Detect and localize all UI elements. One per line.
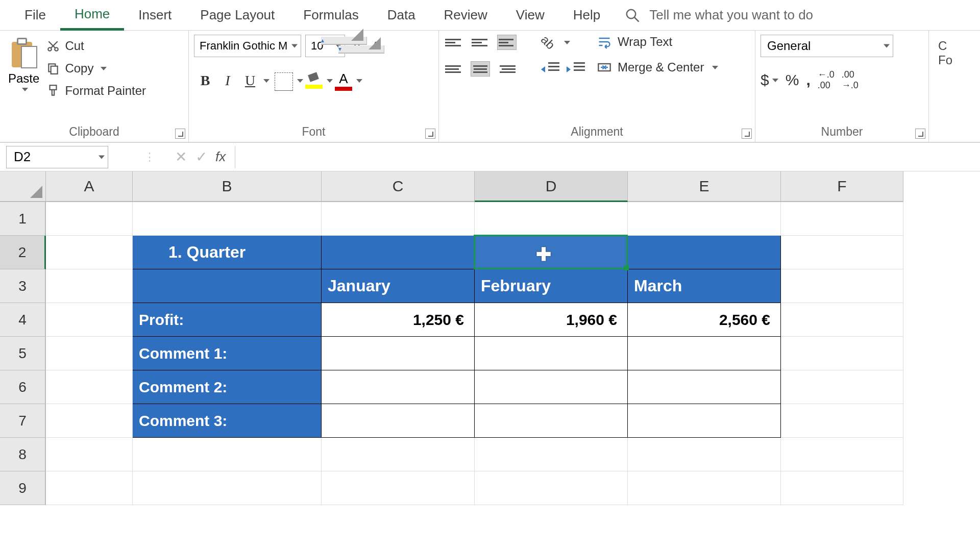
row-header-4[interactable]: 4: [0, 303, 46, 337]
table-title[interactable]: 1. Quarter: [133, 236, 322, 269]
row-header-7[interactable]: 7: [0, 404, 46, 438]
cell[interactable]: [46, 471, 133, 505]
tab-data[interactable]: Data: [373, 0, 430, 31]
cell[interactable]: [628, 370, 781, 404]
cell[interactable]: [322, 438, 475, 471]
orientation-dropdown-icon[interactable]: [564, 41, 570, 44]
cell[interactable]: [322, 404, 475, 438]
format-painter-button[interactable]: Format Painter: [46, 84, 146, 98]
align-right-button[interactable]: [497, 61, 517, 77]
month-header[interactable]: February: [475, 269, 628, 303]
cell[interactable]: [475, 471, 628, 505]
month-header[interactable]: March: [628, 269, 781, 303]
decrease-indent-button[interactable]: [541, 61, 559, 77]
cell[interactable]: [46, 202, 133, 236]
cut-button[interactable]: Cut: [46, 39, 146, 53]
col-header-d[interactable]: D: [475, 171, 628, 202]
col-header-a[interactable]: A: [46, 171, 133, 202]
increase-indent-button[interactable]: [567, 61, 585, 77]
tab-view[interactable]: View: [502, 0, 559, 31]
cancel-formula-button[interactable]: ✕: [170, 147, 191, 167]
cell[interactable]: [781, 471, 903, 505]
cell[interactable]: [781, 337, 903, 370]
clipboard-dialog-launcher[interactable]: [175, 129, 185, 139]
row-header-9[interactable]: 9: [0, 471, 46, 505]
col-header-f[interactable]: F: [781, 171, 903, 202]
cell[interactable]: [781, 202, 903, 236]
col-header-e[interactable]: E: [628, 171, 781, 202]
tab-home[interactable]: Home: [60, 0, 124, 31]
cell[interactable]: [628, 236, 781, 269]
accounting-format-button[interactable]: $: [761, 71, 778, 89]
cell[interactable]: [46, 236, 133, 269]
cell[interactable]: [475, 236, 628, 269]
cell[interactable]: [46, 337, 133, 370]
cell[interactable]: [475, 202, 628, 236]
wrap-text-button[interactable]: Wrap Text: [597, 35, 718, 49]
profit-value[interactable]: 1,250 €: [322, 303, 475, 337]
borders-button[interactable]: [275, 72, 293, 91]
align-center-button[interactable]: [471, 61, 490, 77]
tab-formulas[interactable]: Formulas: [289, 0, 373, 31]
row-header-5[interactable]: 5: [0, 337, 46, 370]
cell[interactable]: [133, 269, 322, 303]
cell[interactable]: [781, 236, 903, 269]
alignment-dialog-launcher[interactable]: [742, 129, 752, 139]
comment-label[interactable]: Comment 3:: [133, 404, 322, 438]
copy-dropdown-icon[interactable]: [101, 67, 107, 70]
tab-help[interactable]: Help: [559, 0, 615, 31]
copy-button[interactable]: Copy: [46, 61, 146, 76]
underline-button[interactable]: U: [239, 69, 261, 92]
font-dialog-launcher[interactable]: [425, 129, 435, 139]
cells-area[interactable]: 1. Quarter January February March Profit…: [46, 202, 903, 505]
cell[interactable]: [628, 471, 781, 505]
profit-label[interactable]: Profit:: [133, 303, 322, 337]
underline-dropdown-icon[interactable]: [263, 79, 270, 83]
align-middle-button[interactable]: [471, 35, 490, 50]
cell[interactable]: [628, 404, 781, 438]
comment-label[interactable]: Comment 2:: [133, 370, 322, 404]
number-dialog-launcher[interactable]: [915, 129, 925, 139]
fx-icon[interactable]: fx: [215, 149, 226, 165]
cell[interactable]: [322, 370, 475, 404]
decrease-font-button[interactable]: A▾: [369, 39, 383, 53]
fill-color-button[interactable]: [305, 72, 323, 89]
bold-button[interactable]: B: [194, 69, 216, 92]
cell[interactable]: [475, 438, 628, 471]
name-box[interactable]: D2: [6, 146, 108, 168]
number-format-combo[interactable]: General: [761, 35, 893, 57]
cell[interactable]: [322, 337, 475, 370]
select-all-corner[interactable]: [0, 171, 46, 202]
cell[interactable]: [46, 303, 133, 337]
cell[interactable]: [322, 471, 475, 505]
orientation-button[interactable]: ab: [538, 33, 558, 53]
month-header[interactable]: January: [322, 269, 475, 303]
cell[interactable]: [322, 202, 475, 236]
cell[interactable]: [46, 370, 133, 404]
cell[interactable]: [46, 269, 133, 303]
cell[interactable]: [46, 438, 133, 471]
align-left-button[interactable]: [444, 61, 463, 77]
decrease-decimal-button[interactable]: .00→.0: [842, 69, 859, 91]
align-top-button[interactable]: [444, 35, 463, 50]
increase-decimal-button[interactable]: ←.0.00: [818, 69, 835, 91]
cell[interactable]: [781, 269, 903, 303]
merge-center-button[interactable]: Merge & Center: [597, 60, 718, 74]
row-header-6[interactable]: 6: [0, 370, 46, 404]
col-header-b[interactable]: B: [133, 171, 322, 202]
comma-format-button[interactable]: ,: [806, 71, 810, 89]
tab-review[interactable]: Review: [430, 0, 502, 31]
row-header-3[interactable]: 3: [0, 269, 46, 303]
cell[interactable]: [628, 337, 781, 370]
percent-format-button[interactable]: %: [786, 71, 799, 89]
comment-label[interactable]: Comment 1:: [133, 337, 322, 370]
font-name-combo[interactable]: Franklin Gothic M: [194, 35, 301, 57]
align-bottom-button[interactable]: [497, 35, 517, 50]
cell[interactable]: [781, 303, 903, 337]
tell-me-search[interactable]: Tell me what you want to do: [625, 7, 813, 23]
borders-dropdown-icon[interactable]: [297, 79, 303, 83]
cell[interactable]: [475, 404, 628, 438]
cell[interactable]: [322, 236, 475, 269]
fill-dropdown-icon[interactable]: [327, 79, 333, 83]
cell[interactable]: [475, 337, 628, 370]
